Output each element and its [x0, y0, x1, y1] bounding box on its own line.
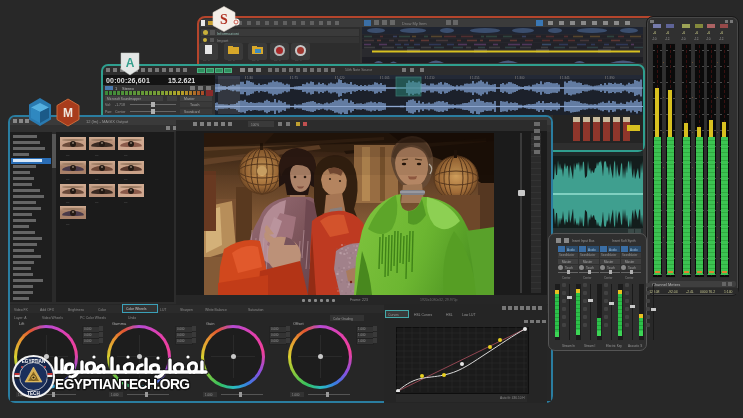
- svg-text:___: ___: [65, 221, 71, 225]
- svg-text:Audio: Audio: [567, 248, 575, 252]
- svg-text:EGYPTIANTECH.ORG: EGYPTIANTECH.ORG: [55, 376, 190, 393]
- svg-text:-6: -6: [695, 31, 698, 35]
- svg-text:EGYPTIAN: EGYPTIAN: [22, 359, 46, 364]
- svg-text:Stream In: Stream In: [562, 344, 575, 348]
- svg-text:Center: Center: [604, 276, 612, 280]
- svg-text:-2.4L: -2.4L: [686, 290, 694, 294]
- svg-text:Offset: Offset: [293, 321, 304, 326]
- svg-text:-: -: [717, 95, 718, 99]
- svg-text:0.000: 0.000: [84, 327, 92, 331]
- svg-text:-: -: [692, 130, 693, 134]
- svg-text:___: ___: [123, 152, 129, 156]
- svg-text:___: ___: [94, 152, 100, 156]
- svg-text:___: ___: [65, 199, 71, 203]
- svg-text:____: ____: [227, 57, 235, 61]
- svg-text:Audio: Audio: [588, 248, 596, 252]
- svg-text:Low LUT: Low LUT: [462, 313, 476, 317]
- svg-text:-92.04: -92.04: [668, 290, 678, 294]
- svg-text:-6: -6: [666, 31, 669, 35]
- svg-text:Brightness: Brightness: [68, 308, 84, 312]
- svg-text:___: ___: [65, 152, 71, 156]
- svg-text:Master: Master: [625, 260, 634, 264]
- svg-text:-6: -6: [720, 31, 723, 35]
- svg-text:Touch: Touch: [607, 266, 615, 270]
- svg-text:PC Color Wheels: PC Color Wheels: [80, 316, 106, 320]
- svg-text:Add OFX: Add OFX: [40, 308, 55, 312]
- svg-text:M: M: [63, 106, 73, 120]
- svg-text:-6: -6: [707, 31, 710, 35]
- svg-text:Undo: Undo: [128, 316, 136, 320]
- svg-text:-12.: -12.: [719, 37, 724, 41]
- svg-text:1.000: 1.000: [358, 333, 366, 337]
- svg-text:____: ____: [294, 57, 302, 61]
- svg-text:0.000: 0.000: [177, 327, 185, 331]
- svg-text:Soundblaster: Soundblaster: [559, 253, 574, 257]
- svg-text:Stereo: Stereo: [122, 86, 135, 91]
- svg-text:S: S: [220, 12, 228, 27]
- svg-text:Soundblaster: Soundblaster: [601, 253, 616, 257]
- svg-text:Stream I: Stream I: [584, 344, 596, 348]
- svg-text:___: ___: [94, 199, 100, 203]
- svg-text:____: ____: [273, 57, 281, 61]
- svg-text:0.000: 0.000: [84, 333, 92, 337]
- svg-text:Sharpen: Sharpen: [180, 308, 193, 312]
- svg-text:-: -: [717, 60, 718, 64]
- svg-text:00:00:26,601: 00:00:26,601: [106, 77, 150, 85]
- svg-text:Audio: Audio: [630, 248, 638, 252]
- svg-text:Color Grading: Color Grading: [333, 317, 353, 321]
- svg-text:Gamma: Gamma: [112, 321, 127, 326]
- svg-text:-: -: [692, 60, 693, 64]
- svg-text:Layer: A: Layer: A: [14, 316, 27, 320]
- svg-text:Center: Center: [625, 276, 633, 280]
- svg-text:0.000: 0.000: [271, 339, 279, 343]
- svg-text:HSL Curves: HSL Curves: [414, 313, 432, 317]
- svg-text:___: ___: [94, 176, 100, 180]
- svg-text:-: -: [692, 95, 693, 99]
- svg-text:Master: Master: [184, 97, 196, 101]
- svg-text:____: ____: [202, 57, 210, 61]
- svg-text:50th Note Source: 50th Note Source: [345, 68, 372, 72]
- svg-text:-6: -6: [653, 31, 656, 35]
- svg-text:0.000: 0.000: [84, 339, 92, 343]
- svg-text:-: -: [717, 235, 718, 239]
- svg-text:Center: Center: [562, 276, 570, 280]
- svg-text:LUT: LUT: [160, 308, 166, 312]
- svg-text:Gain: Gain: [206, 321, 214, 326]
- svg-text:TECH: TECH: [27, 391, 40, 396]
- svg-text:0000 76.2: 0000 76.2: [700, 290, 715, 294]
- svg-text:Touch: Touch: [565, 266, 573, 270]
- svg-text:-: -: [717, 165, 718, 169]
- svg-text:100%: 100%: [251, 123, 259, 127]
- svg-text:Center: Center: [115, 110, 126, 114]
- svg-text:1920x1080x32, 29.970p: 1920x1080x32, 29.970p: [420, 298, 458, 302]
- svg-text:Insert Soft Synth: Insert Soft Synth: [612, 239, 636, 243]
- svg-text:Master: Master: [562, 260, 571, 264]
- svg-text:Soundcard: Soundcard: [184, 110, 200, 114]
- svg-text:15.2.621: 15.2.621: [168, 77, 195, 84]
- svg-text:-: -: [692, 200, 693, 204]
- svg-text:0.000: 0.000: [271, 327, 279, 331]
- svg-text:Touch: Touch: [190, 103, 199, 107]
- svg-text:Curves: Curves: [388, 313, 399, 317]
- svg-text:Acoustic S: Acoustic S: [628, 344, 642, 348]
- svg-text:Color Wheels: Color Wheels: [126, 307, 147, 311]
- svg-text:HSL: HSL: [446, 313, 453, 317]
- svg-text:Master: Master: [604, 260, 613, 264]
- svg-text:-: -: [663, 95, 664, 99]
- svg-text:Color: Color: [98, 308, 107, 312]
- svg-text:-: -: [663, 60, 664, 64]
- svg-text:A: A: [126, 56, 135, 70]
- svg-text:-1.718: -1.718: [115, 103, 125, 107]
- svg-text:Video Wheels: Video Wheels: [42, 316, 63, 320]
- svg-text:Saturation: Saturation: [248, 308, 264, 312]
- svg-text:Center: Center: [583, 276, 591, 280]
- svg-text:-: -: [663, 235, 664, 239]
- svg-text:Touch: Touch: [586, 266, 594, 270]
- svg-text:Audio: Audio: [609, 248, 617, 252]
- svg-text:Vol:: Vol:: [105, 103, 111, 107]
- svg-text:Master: Master: [583, 260, 592, 264]
- svg-text:-10.: -10.: [652, 37, 657, 41]
- svg-text:-12.: -12.: [694, 37, 699, 41]
- svg-text:0.000: 0.000: [271, 333, 279, 337]
- svg-text:-10.: -10.: [706, 37, 711, 41]
